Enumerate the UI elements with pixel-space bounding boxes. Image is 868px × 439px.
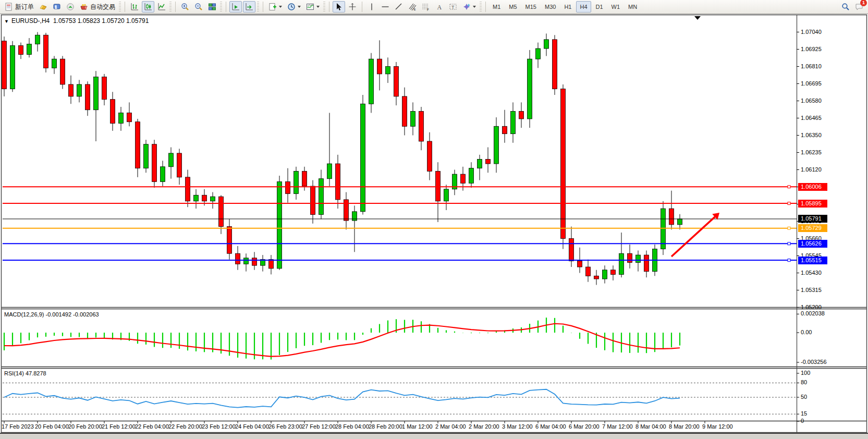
timeframe-m30-button[interactable]: M30 xyxy=(541,1,559,13)
candle-up xyxy=(444,189,449,201)
candlestick-chart-button[interactable] xyxy=(142,1,154,13)
timeframe-m5-button[interactable]: M5 xyxy=(505,1,520,13)
tile-windows-button[interactable] xyxy=(206,1,218,13)
candle-down xyxy=(60,59,65,84)
new-order-button[interactable]: 新订单 xyxy=(3,1,36,13)
text-label-button[interactable]: T xyxy=(447,1,459,13)
cursor-button[interactable] xyxy=(333,1,345,13)
candle-up xyxy=(369,59,374,104)
zoom-in-button[interactable] xyxy=(179,1,191,13)
line-handle[interactable] xyxy=(788,259,790,262)
signals-button[interactable] xyxy=(64,1,77,13)
text-label-icon: T xyxy=(449,3,457,11)
timeframe-h4-button[interactable]: H4 xyxy=(576,1,591,13)
timeframe-m1-button[interactable]: M1 xyxy=(489,1,504,13)
price-level-badge[interactable]: 1.05791 xyxy=(798,215,827,223)
price-level-badge[interactable]: 1.06006 xyxy=(798,183,827,191)
toolbar-grip xyxy=(169,2,172,12)
candle-up xyxy=(386,67,390,74)
timeframe-m15-button[interactable]: M15 xyxy=(522,1,540,13)
price-level-badge[interactable]: 1.05626 xyxy=(798,240,827,248)
chart-canvas[interactable] xyxy=(0,0,868,439)
trendline-button[interactable] xyxy=(393,1,405,13)
line-handle[interactable] xyxy=(788,242,790,245)
rsi-axis-label: 15 xyxy=(801,410,807,417)
time-axis-label: 20 Feb 04:00 xyxy=(35,423,69,430)
candle-down xyxy=(136,122,140,168)
rsi-axis-label: 100 xyxy=(801,370,810,376)
search-button[interactable] xyxy=(839,1,852,13)
text-button[interactable]: A xyxy=(433,1,446,13)
dropdown-caret xyxy=(279,6,282,8)
line-handle[interactable] xyxy=(788,227,790,229)
toolbar-grip xyxy=(480,2,482,12)
chart-shift-button[interactable] xyxy=(243,1,255,13)
price-level-badge[interactable]: 1.05515 xyxy=(798,257,827,264)
templates-button[interactable] xyxy=(304,1,322,13)
zoom-in-icon xyxy=(181,3,189,11)
price-level-badge[interactable]: 1.05895 xyxy=(798,200,827,208)
candlestick-series xyxy=(2,32,682,285)
autotrading-icon xyxy=(80,3,88,11)
candle-down xyxy=(436,171,441,201)
price-tick-label: 1.06810 xyxy=(801,63,822,69)
rsi-axis-label: 50 xyxy=(801,394,807,400)
candle-up xyxy=(119,113,124,123)
candle-down xyxy=(269,260,274,269)
candle-up xyxy=(77,84,82,96)
candle-down xyxy=(69,84,74,96)
svg-text:A: A xyxy=(437,4,442,11)
candle-down xyxy=(503,126,507,133)
price-tick-label: 1.06695 xyxy=(801,80,822,87)
candle-down xyxy=(202,195,207,201)
timeframe-mn-button[interactable]: MN xyxy=(625,1,641,13)
candle-down xyxy=(127,113,132,121)
arrows-button[interactable] xyxy=(460,1,478,13)
timeframe-w1-button[interactable]: W1 xyxy=(608,1,624,13)
equidistant-channel-button[interactable]: E xyxy=(406,1,419,13)
shift-marker-icon[interactable] xyxy=(694,16,701,20)
crosshair-button[interactable] xyxy=(346,1,359,13)
fibonacci-button[interactable]: F xyxy=(420,1,432,13)
vertical-line-button[interactable] xyxy=(365,1,378,13)
autotrading-button[interactable]: 自动交易 xyxy=(78,1,117,13)
periods-button[interactable] xyxy=(285,1,303,13)
line-handle[interactable] xyxy=(788,186,790,188)
terminal-button[interactable] xyxy=(51,1,63,13)
candle-down xyxy=(311,186,315,215)
gold-history-button[interactable] xyxy=(37,1,50,13)
price-tick-label: 1.06350 xyxy=(801,132,822,138)
horizontal-line-icon xyxy=(381,3,389,11)
price-tick-label: 1.06925 xyxy=(801,46,822,52)
horizontal-line-button[interactable] xyxy=(379,1,392,13)
time-axis-label: 1 Mar 12:00 xyxy=(402,423,433,430)
price-tick-label: 1.05315 xyxy=(801,287,822,293)
candle-up xyxy=(544,40,549,48)
one-click-expand-icon[interactable]: ▼ xyxy=(4,19,9,24)
candle-up xyxy=(244,258,249,264)
candle-down xyxy=(102,77,107,100)
notifications-button[interactable]: 1 xyxy=(853,1,865,13)
timeframe-h1-button[interactable]: H1 xyxy=(560,1,575,13)
bars-chart-button[interactable] xyxy=(128,1,141,13)
line-chart-button[interactable] xyxy=(155,1,168,13)
time-axis-label: 9 Mar 12:00 xyxy=(702,423,733,430)
timeframe-d1-button[interactable]: D1 xyxy=(592,1,607,13)
toolbar-separator xyxy=(175,2,176,12)
dropdown-caret xyxy=(473,6,476,8)
candle-down xyxy=(569,239,574,261)
dropdown-caret xyxy=(316,6,320,8)
chart-shift-icon xyxy=(245,3,253,11)
price-tick-label: 1.06465 xyxy=(801,115,822,121)
auto-scroll-button[interactable] xyxy=(229,1,242,13)
line-handle[interactable] xyxy=(788,202,790,205)
candle-up xyxy=(27,44,32,54)
zoom-out-button[interactable] xyxy=(192,1,205,13)
signals-icon xyxy=(66,3,75,11)
candle-up xyxy=(277,181,282,268)
price-level-badge[interactable]: 1.05729 xyxy=(798,224,827,232)
time-axis-label: 7 Mar 12:00 xyxy=(602,423,633,430)
candle-up xyxy=(411,112,415,127)
candle-down xyxy=(561,89,566,239)
new-chart-button[interactable] xyxy=(266,1,284,13)
